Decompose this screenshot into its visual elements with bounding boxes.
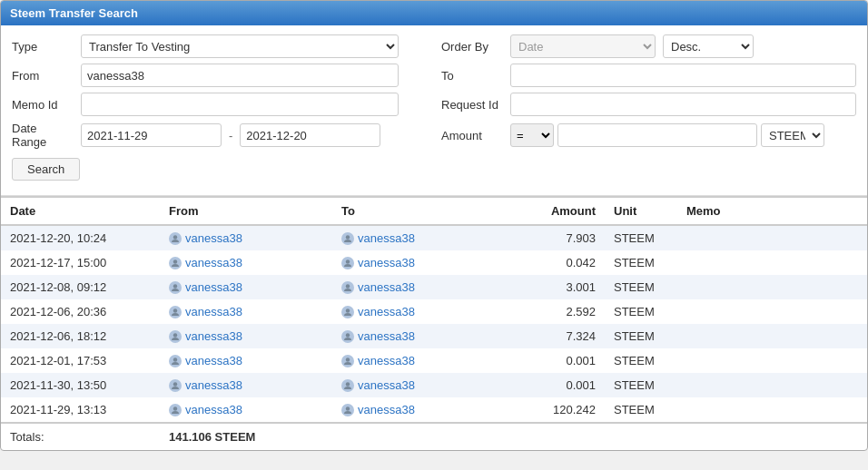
form-row-date: Date Range - Amount = STEEM: [12, 122, 856, 149]
date-separator: -: [229, 129, 232, 142]
cell-from: vanessa38: [160, 225, 332, 250]
cell-unit: STEEM: [605, 348, 677, 373]
to-user-link[interactable]: vanessa38: [341, 256, 496, 269]
to-section: To: [441, 64, 856, 87]
user-icon: [341, 379, 354, 392]
cell-to: vanessa38: [332, 397, 505, 423]
form-row-from: From To: [12, 64, 856, 87]
to-user-link[interactable]: vanessa38: [341, 231, 496, 245]
from-user-link[interactable]: vanessa38: [169, 280, 323, 294]
from-user-link[interactable]: vanessa38: [169, 378, 323, 392]
table-row: 2021-12-08, 09:12vanessa38vanessa383.001…: [1, 275, 867, 299]
to-user-link[interactable]: vanessa38: [341, 280, 496, 294]
search-button[interactable]: Search: [12, 158, 80, 181]
user-icon: [169, 355, 182, 367]
amount-unit-select[interactable]: STEEM: [761, 123, 824, 147]
svg-point-7: [346, 308, 350, 312]
cell-unit: STEEM: [605, 250, 677, 275]
cell-memo: [677, 250, 867, 275]
order-dir-select[interactable]: Desc.: [663, 34, 754, 58]
table-row: 2021-12-17, 15:00vanessa38vanessa380.042…: [1, 250, 867, 275]
to-user-link[interactable]: vanessa38: [341, 378, 496, 392]
cell-to: vanessa38: [332, 250, 505, 275]
from-label: From: [12, 69, 74, 83]
totals-row: Totals: 141.106 STEEM: [1, 423, 867, 450]
to-user-link[interactable]: vanessa38: [341, 354, 496, 367]
svg-point-10: [173, 357, 177, 361]
results-table: Date From To Amount Unit Memo 2021-12-20…: [1, 196, 867, 450]
cell-to: vanessa38: [332, 275, 505, 299]
user-icon: [341, 281, 354, 294]
cell-amount: 7.324: [505, 324, 605, 348]
amount-label: Amount: [441, 129, 503, 142]
cell-from: vanessa38: [160, 250, 332, 275]
svg-point-3: [346, 259, 350, 263]
svg-point-9: [346, 333, 350, 337]
col-memo: Memo: [677, 197, 867, 225]
table-row: 2021-12-06, 20:36vanessa38vanessa382.592…: [1, 299, 867, 324]
col-amount: Amount: [505, 197, 605, 225]
from-user-link[interactable]: vanessa38: [169, 403, 323, 416]
from-input[interactable]: [81, 64, 399, 87]
svg-point-1: [346, 235, 350, 239]
cell-to: vanessa38: [332, 324, 505, 348]
order-by-select[interactable]: Date: [510, 34, 656, 58]
user-icon: [169, 306, 182, 318]
form-row-memo: Memo Id Request Id: [12, 93, 856, 116]
request-id-section: Request Id: [441, 93, 856, 116]
type-select[interactable]: Transfer To Vesting: [81, 34, 399, 58]
from-user-link[interactable]: vanessa38: [169, 305, 323, 318]
type-section: Type Transfer To Vesting: [12, 34, 427, 58]
request-id-input[interactable]: [510, 93, 856, 116]
cell-memo: [677, 299, 867, 324]
from-user-link[interactable]: vanessa38: [169, 231, 323, 245]
totals-label: Totals:: [1, 423, 160, 450]
order-by-section: Order By Date Desc.: [441, 34, 856, 58]
table-row: 2021-11-29, 13:13vanessa38vanessa38120.2…: [1, 397, 867, 423]
amount-section: Amount = STEEM: [441, 123, 856, 147]
svg-point-13: [346, 382, 350, 386]
to-user-link[interactable]: vanessa38: [341, 403, 496, 416]
memo-id-label: Memo Id: [12, 98, 74, 112]
svg-point-8: [173, 333, 177, 337]
user-icon: [169, 232, 182, 245]
to-input[interactable]: [510, 64, 856, 87]
to-user-link[interactable]: vanessa38: [341, 329, 496, 343]
form-row-type: Type Transfer To Vesting Order By Date D…: [12, 34, 856, 58]
cell-date: 2021-11-30, 13:50: [1, 373, 160, 397]
cell-date: 2021-12-06, 18:12: [1, 324, 160, 348]
cell-amount: 0.001: [505, 348, 605, 373]
cell-date: 2021-11-29, 13:13: [1, 397, 160, 423]
svg-point-0: [173, 235, 177, 239]
table-row: 2021-11-30, 13:50vanessa38vanessa380.001…: [1, 373, 867, 397]
table-header-row: Date From To Amount Unit Memo: [1, 197, 867, 225]
from-user-link[interactable]: vanessa38: [169, 329, 323, 343]
col-date: Date: [1, 197, 160, 225]
cell-memo: [677, 275, 867, 299]
cell-memo: [677, 225, 867, 250]
svg-point-5: [346, 284, 350, 288]
cell-from: vanessa38: [160, 397, 332, 423]
cell-memo: [677, 397, 867, 423]
cell-unit: STEEM: [605, 299, 677, 324]
amount-eq-select[interactable]: =: [510, 123, 554, 147]
user-icon: [341, 306, 354, 318]
to-user-link[interactable]: vanessa38: [341, 305, 496, 318]
from-user-link[interactable]: vanessa38: [169, 354, 323, 367]
date-to-input[interactable]: [240, 123, 380, 147]
user-icon: [169, 281, 182, 294]
to-label: To: [441, 69, 503, 83]
user-icon: [169, 404, 182, 416]
memo-id-section: Memo Id: [12, 93, 427, 116]
totals-value: 141.106 STEEM: [160, 423, 332, 450]
cell-to: vanessa38: [332, 299, 505, 324]
memo-id-input[interactable]: [81, 93, 399, 116]
from-user-link[interactable]: vanessa38: [169, 256, 323, 269]
date-from-input[interactable]: [81, 123, 222, 147]
user-icon: [341, 404, 354, 416]
cell-from: vanessa38: [160, 299, 332, 324]
cell-amount: 0.042: [505, 250, 605, 275]
amount-input[interactable]: [557, 123, 757, 147]
search-button-row: Search: [12, 154, 856, 181]
cell-unit: STEEM: [605, 397, 677, 423]
